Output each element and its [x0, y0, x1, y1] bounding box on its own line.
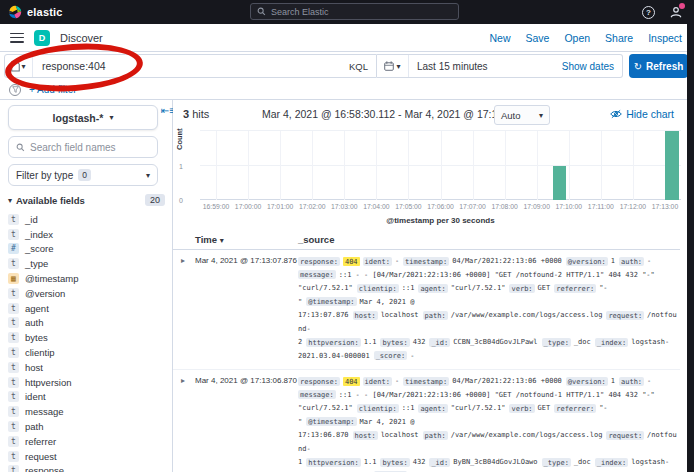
field-list: t_idt_index#_scoret_type▦@timestampt@ver…	[8, 212, 168, 472]
nav-action-save[interactable]: Save	[525, 32, 549, 44]
field-name: agent	[25, 303, 49, 314]
filter-by-type-label: Filter by type	[16, 170, 73, 181]
y-tick-label: 0	[174, 197, 183, 204]
refresh-button[interactable]: ↻ Refresh	[629, 54, 688, 78]
row-source: response:404ident:-timestamp:04/Mar/2021…	[298, 255, 678, 363]
source-field-name: _index:	[595, 338, 629, 347]
help-icon[interactable]: ?	[642, 6, 655, 19]
field-item-_id[interactable]: t_id	[8, 212, 168, 227]
field-name: request	[25, 451, 57, 462]
field-name: referrer	[25, 436, 56, 447]
time-column-header[interactable]: Time ▾	[195, 234, 224, 245]
nav-action-new[interactable]: New	[489, 32, 510, 44]
nav-action-open[interactable]: Open	[564, 32, 590, 44]
kql-query-input[interactable]: ▾ response:404 KQL	[4, 54, 377, 78]
user-avatar[interactable]	[669, 5, 683, 19]
field-item-message[interactable]: tmessage	[8, 404, 168, 419]
global-search-input[interactable]: Search Elastic	[250, 3, 459, 20]
add-filter-button[interactable]: + Add filter	[29, 84, 77, 95]
source-field-name: @version:	[566, 257, 608, 266]
field-item-auth[interactable]: tauth	[8, 316, 168, 331]
index-pattern-selector[interactable]: logstash-* ▾	[8, 105, 158, 130]
field-item-agent[interactable]: tagent	[8, 301, 168, 316]
field-item-httpversion[interactable]: thttpversion	[8, 375, 168, 390]
field-name: message	[25, 406, 64, 417]
space-badge[interactable]: D	[34, 30, 50, 46]
string-field-icon: t	[8, 332, 19, 343]
nav-action-inspect[interactable]: Inspect	[648, 32, 682, 44]
histogram-bar[interactable]	[665, 131, 679, 200]
field-item-_index[interactable]: t_index	[8, 227, 168, 242]
source-field-name: @timestamp:	[306, 417, 356, 426]
source-field-name: auth:	[619, 257, 644, 266]
number-field-icon: #	[8, 243, 19, 254]
field-search-input[interactable]: Search field names	[8, 136, 158, 158]
source-field-name: _id:	[429, 458, 450, 467]
date-quick-menu[interactable]: ▾	[377, 55, 409, 77]
nav-action-share[interactable]: Share	[605, 32, 633, 44]
field-search-placeholder: Search field names	[30, 142, 116, 153]
field-item-_type[interactable]: t_type	[8, 256, 168, 271]
interval-value: Auto	[501, 110, 521, 121]
show-dates-link[interactable]: Show dates	[562, 61, 614, 72]
filter-by-type-select[interactable]: Filter by type 0 ▾	[8, 164, 158, 186]
search-icon	[16, 143, 25, 152]
chevron-down-icon: ▾	[109, 113, 113, 122]
field-item-path[interactable]: tpath	[8, 419, 168, 434]
chevron-down-icon: ▾	[539, 111, 543, 120]
filter-icon[interactable]	[9, 84, 21, 96]
hits-number: 3	[183, 108, 189, 120]
table-row: ▸Mar 4, 2021 @ 17:13:07.876response:404i…	[173, 250, 680, 370]
field-item-ident[interactable]: tident	[8, 390, 168, 405]
expand-row-icon[interactable]: ▸	[181, 376, 185, 385]
field-item-@version[interactable]: t@version	[8, 286, 168, 301]
time-range-value[interactable]: Last 15 minutes	[417, 61, 562, 72]
field-name: _index	[25, 229, 53, 240]
histogram-chart[interactable]: 012	[200, 131, 681, 200]
y-tick-label: 2	[174, 128, 183, 135]
source-value: 432	[413, 338, 426, 346]
field-item-request[interactable]: trequest	[8, 449, 168, 464]
histogram-bar[interactable]	[553, 166, 567, 201]
calendar-icon	[384, 61, 394, 71]
field-item-referrer[interactable]: treferrer	[8, 434, 168, 449]
field-name: host	[25, 362, 43, 373]
field-item-bytes[interactable]: tbytes	[8, 330, 168, 345]
field-item-response[interactable]: tresponse	[8, 464, 168, 472]
source-value: 04/Mar/2021:22:13:06 +0000	[452, 377, 562, 385]
chevron-down-icon: ▾	[396, 62, 400, 71]
saved-query-menu-icon[interactable]: ▾	[5, 55, 33, 77]
menu-icon[interactable]	[10, 33, 24, 43]
hide-chart-button[interactable]: Hide chart	[610, 108, 674, 120]
breadcrumb[interactable]: Discover	[60, 32, 103, 44]
source-field-name: request:	[606, 311, 644, 320]
source-field-name: verb:	[509, 404, 534, 413]
window-edge	[687, 0, 694, 472]
query-language-button[interactable]: KQL	[341, 61, 376, 72]
source-field-name: path:	[423, 311, 448, 320]
source-field-name: ident:	[363, 257, 392, 266]
source-value: 1	[611, 377, 615, 385]
sort-descending-icon: ▾	[220, 236, 224, 245]
source-field-name: @timestamp:	[306, 297, 356, 306]
row-time: Mar 4, 2021 @ 17:13:07.876	[195, 256, 297, 265]
source-value: /var/www/example.com/logs/access.log	[451, 431, 603, 439]
source-field-name: path:	[423, 431, 448, 440]
source-value: -	[395, 377, 399, 385]
field-item-@timestamp[interactable]: ▦@timestamp	[8, 271, 168, 286]
source-field-name: referrer:	[554, 284, 596, 293]
field-item-clientip[interactable]: tclientip	[8, 345, 168, 360]
x-tick-label: 17:00:00	[235, 203, 261, 210]
available-fields-header[interactable]: ▾ Available fields 20	[8, 194, 165, 206]
interval-select[interactable]: Auto ▾	[494, 105, 550, 125]
gridline	[376, 131, 377, 200]
source-value: CCBN_3cB04dGovJLPawl	[453, 338, 537, 346]
source-value: ByBN_3cB04dGovJLOawo	[453, 458, 537, 466]
field-item-_score[interactable]: #_score	[8, 242, 168, 257]
eye-slash-icon	[610, 109, 622, 119]
type-filter-count-badge: 0	[78, 169, 91, 181]
elastic-logo[interactable]: elastic	[8, 5, 63, 19]
hide-chart-label: Hide chart	[626, 108, 674, 120]
expand-row-icon[interactable]: ▸	[181, 256, 185, 265]
field-item-host[interactable]: thost	[8, 360, 168, 375]
